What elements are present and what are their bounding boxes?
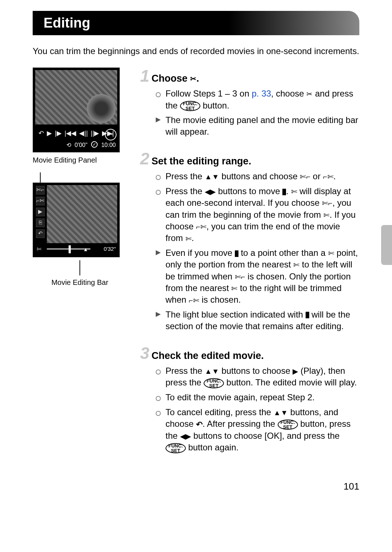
frame-back-icon: ◀|| xyxy=(79,129,87,138)
screenshot-editing: ✄⌐ ⌐✄ ▶ ⎘ ↶ ✄ ▲ 0'32" xyxy=(33,183,120,257)
right-icon xyxy=(210,187,216,197)
cut-begin-icon xyxy=(322,199,332,208)
step-bullet: To cancel editing, press the buttons, an… xyxy=(155,406,359,454)
right-icon xyxy=(185,432,191,441)
scissors-open-icon xyxy=(190,74,196,84)
back-icon: ↶ xyxy=(38,129,44,138)
up-icon xyxy=(205,367,212,376)
bullet-text: Even if you move to a point other than a… xyxy=(166,247,359,306)
step-bullet: ▶The light blue section indicated with w… xyxy=(155,309,359,332)
bullet-text: Press the buttons to move . will display… xyxy=(166,185,359,244)
play-icon xyxy=(293,367,298,376)
play-icon: ▶ xyxy=(47,129,52,138)
funcset-icon: FUNC.SET xyxy=(278,420,298,430)
down-icon xyxy=(212,172,219,182)
save-icon: ⎘ xyxy=(36,218,45,227)
figure-column: ↶ ▶ |▶ |◀◀ ◀|| ||▶ ▶▶| ✂ ⟲ 0'00" ✓ 10:00… xyxy=(33,68,127,466)
editing-side-icons: ✄⌐ ⌐✄ ▶ ⎘ ↶ xyxy=(36,186,45,238)
up-icon xyxy=(205,172,212,182)
bar-time: 0'32" xyxy=(104,245,116,253)
scissors-open-icon xyxy=(306,89,313,99)
step-title: Check the edited movie. xyxy=(152,349,264,362)
slow-icon: |▶ xyxy=(55,129,62,138)
panel-caption: Movie Editing Panel xyxy=(33,155,127,165)
cut-end-icon: ⌐✄ xyxy=(36,197,45,205)
scissors-icon xyxy=(293,260,299,270)
step-bullet: ▶The movie editing panel and the movie e… xyxy=(155,114,359,138)
step-number: 2 xyxy=(140,150,150,167)
bullet-text: Press the buttons to choose (Play), then… xyxy=(166,365,359,389)
scissors-icon xyxy=(328,249,334,258)
down-icon xyxy=(212,367,219,376)
frame-fwd-icon: ||▶ xyxy=(91,129,99,138)
step-bullet: ▶Even if you move to a point other than … xyxy=(155,247,359,306)
step-title: Set the editing range. xyxy=(152,155,252,168)
step-body: Follow Steps 1 – 3 on p. 33, choose and … xyxy=(155,88,359,138)
cut-begin-icon: ✄⌐ xyxy=(36,186,45,195)
funcset-icon: FUNC.SET xyxy=(204,378,224,388)
bullet-text: The movie editing panel and the movie ed… xyxy=(166,114,359,138)
step-bullet: To edit the movie again, repeat Step 2. xyxy=(155,392,359,404)
leader-line-panel xyxy=(40,172,41,183)
cut-end-icon xyxy=(323,172,334,182)
circle-bullet-icon xyxy=(155,393,162,404)
step-number: 3 xyxy=(140,345,150,361)
play-edit-icon: ▶ xyxy=(36,208,45,216)
triangle-bullet-icon: ▶ xyxy=(155,116,162,138)
page-title: Editing xyxy=(33,11,359,35)
left-icon xyxy=(205,187,210,197)
bar-tick-icon: ▲ xyxy=(83,246,88,253)
total-time: 10:00 xyxy=(101,141,116,149)
up-icon xyxy=(274,408,281,418)
return-icon xyxy=(196,419,203,430)
scissors-icon xyxy=(291,187,297,197)
cut-begin-icon xyxy=(300,172,310,182)
bullet-text: To cancel editing, press the buttons, an… xyxy=(166,406,359,454)
scissors-icon xyxy=(231,284,237,294)
step-1: 1Choose .Follow Steps 1 – 3 on p. 33, ch… xyxy=(140,68,359,138)
funcset-icon: FUNC.SET xyxy=(180,101,200,111)
bar-scissors-icon: ✄ xyxy=(37,245,41,253)
circle-bullet-icon xyxy=(155,172,162,183)
step-3: 3Check the edited movie.Press the button… xyxy=(140,345,359,454)
triangle-bullet-icon: ▶ xyxy=(155,249,162,306)
elapsed-time: 0'00" xyxy=(75,141,87,149)
step-body: Press the buttons and choose or .Press t… xyxy=(155,171,359,332)
step-2: 2Set the editing range.Press the buttons… xyxy=(140,150,359,332)
circle-bullet-icon xyxy=(155,89,162,111)
intro-text: You can trim the beginnings and ends of … xyxy=(33,45,359,57)
page-number: 101 xyxy=(33,480,359,493)
cut-end-icon xyxy=(189,296,199,306)
handle-mark-icon xyxy=(235,250,238,257)
bullet-text: Press the buttons and choose or . xyxy=(166,171,359,183)
bullet-text: To edit the movie again, repeat Step 2. xyxy=(166,392,359,404)
editing-bar: ✄ ▲ 0'32" xyxy=(47,245,116,253)
volume-icon: ⟲ xyxy=(66,141,71,149)
step-bullet: Press the buttons to move . will display… xyxy=(155,185,359,244)
cut-end-icon xyxy=(196,222,207,232)
step-bullet: Press the buttons to choose (Play), then… xyxy=(155,365,359,389)
bar-caption: Movie Editing Bar xyxy=(33,278,127,287)
edit-scissors-highlight: ✂ xyxy=(105,129,117,140)
scissors-icon xyxy=(185,234,192,244)
return-icon: ↶ xyxy=(36,229,45,238)
step-number: 1 xyxy=(140,68,150,84)
scissors-icon xyxy=(323,210,330,220)
bullet-text: Follow Steps 1 – 3 on p. 33, choose and … xyxy=(166,88,359,111)
cut-begin-icon xyxy=(235,272,245,282)
screenshot-playback: ↶ ▶ |▶ |◀◀ ◀|| ||▶ ▶▶| ✂ ⟲ 0'00" ✓ 10:00 xyxy=(33,68,120,152)
page-ref-link[interactable]: p. 33 xyxy=(252,89,271,98)
steps: 1Choose .Follow Steps 1 – 3 on p. 33, ch… xyxy=(140,68,359,466)
circle-bullet-icon xyxy=(155,367,162,389)
leader-line-bar xyxy=(79,260,80,275)
bar-handle-icon xyxy=(69,245,71,253)
funcset-icon: FUNC.SET xyxy=(166,443,186,453)
handle-mark-icon xyxy=(306,312,309,318)
left-icon xyxy=(180,432,185,441)
bullet-text: The light blue section indicated with wi… xyxy=(166,309,359,332)
step-bullet: Follow Steps 1 – 3 on p. 33, choose and … xyxy=(155,88,359,111)
thumb-tab xyxy=(381,225,392,265)
down-icon xyxy=(281,408,288,418)
clock-icon: ✓ xyxy=(91,141,98,148)
step-title: Choose . xyxy=(152,72,199,85)
